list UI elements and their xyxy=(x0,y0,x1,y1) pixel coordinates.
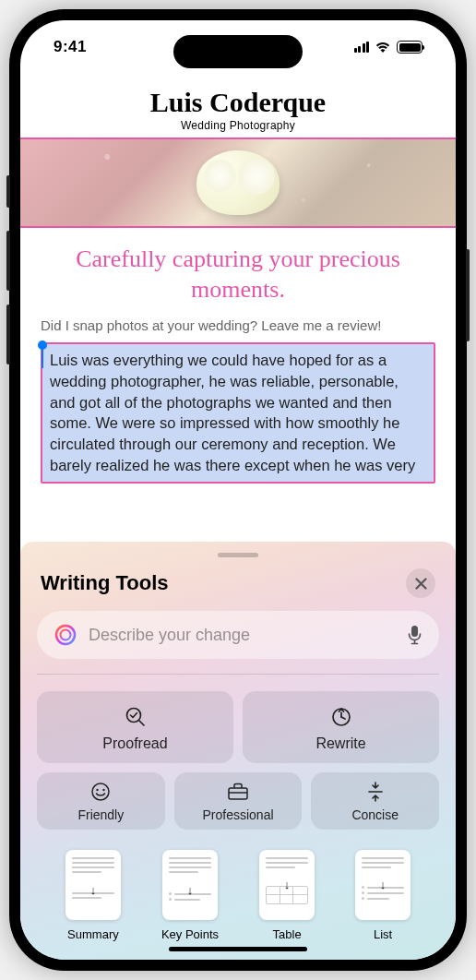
summary-button[interactable]: ↓ Summary xyxy=(65,850,121,941)
selection-handle-start[interactable] xyxy=(42,348,43,368)
document-header: Luis Coderque Wedding Photography xyxy=(20,74,456,137)
status-time: 9:41 xyxy=(54,38,87,56)
selected-text[interactable]: Luis was everything we could have hoped … xyxy=(41,342,435,484)
phone-side-button xyxy=(6,231,10,291)
sheet-title: Writing Tools xyxy=(41,571,169,595)
home-indicator[interactable] xyxy=(169,947,307,951)
format-options-row: ↓ Summary ↓ Key Points xyxy=(37,850,439,941)
rewrite-icon xyxy=(329,705,353,729)
sheet-header: Writing Tools xyxy=(37,568,439,598)
table-button[interactable]: ↓ Table xyxy=(259,850,315,941)
selected-text-content: Luis was everything we could have hoped … xyxy=(50,352,415,473)
prompt-input[interactable]: Describe your change xyxy=(37,611,439,659)
close-icon xyxy=(415,578,427,590)
concise-label: Concise xyxy=(351,807,399,822)
svg-point-12 xyxy=(103,789,105,791)
screen: 9:41 Luis Coderque Wedding Photography C… xyxy=(20,20,456,960)
document-subtitle: Wedding Photography xyxy=(20,119,456,132)
microphone-icon[interactable] xyxy=(407,625,422,645)
svg-line-6 xyxy=(138,721,144,726)
list-thumbnail: ↓ xyxy=(355,850,411,920)
phone-side-button xyxy=(466,249,470,341)
friendly-button[interactable]: Friendly xyxy=(37,772,165,830)
professional-icon xyxy=(227,783,249,801)
tone-actions-row: Friendly Professional xyxy=(37,772,439,830)
concise-button[interactable]: Concise xyxy=(311,772,439,830)
table-thumbnail: ↓ xyxy=(259,850,315,920)
proofread-label: Proofread xyxy=(102,735,167,752)
proofread-button[interactable]: Proofread xyxy=(37,691,233,763)
hero-image xyxy=(20,137,456,228)
professional-label: Professional xyxy=(202,807,273,822)
rewrite-button[interactable]: Rewrite xyxy=(243,691,439,763)
svg-rect-2 xyxy=(411,626,418,637)
svg-point-11 xyxy=(97,789,99,791)
list-label: List xyxy=(374,927,392,941)
prompt-placeholder: Describe your change xyxy=(89,626,396,645)
close-button[interactable] xyxy=(406,568,435,598)
sheet-grabber[interactable] xyxy=(218,553,258,557)
document-title: Luis Coderque xyxy=(20,87,456,118)
svg-point-10 xyxy=(92,783,109,800)
proofread-icon xyxy=(124,705,148,729)
table-label: Table xyxy=(273,927,302,941)
summary-label: Summary xyxy=(67,927,119,941)
summary-thumbnail: ↓ xyxy=(65,850,121,920)
svg-point-0 xyxy=(56,626,75,644)
phone-side-button xyxy=(6,305,10,365)
tagline: Carefully capturing your precious moment… xyxy=(20,228,456,317)
key-points-label: Key Points xyxy=(161,927,219,941)
phone-side-button xyxy=(6,175,10,208)
apple-intelligence-icon xyxy=(54,623,77,647)
cellular-signal-icon xyxy=(354,42,370,53)
key-points-thumbnail: ↓ xyxy=(162,850,218,920)
status-indicators xyxy=(354,41,423,54)
rewrite-label: Rewrite xyxy=(315,735,365,752)
professional-button[interactable]: Professional xyxy=(174,772,303,830)
phone-frame: 9:41 Luis Coderque Wedding Photography C… xyxy=(9,9,467,971)
svg-line-9 xyxy=(341,717,345,719)
divider xyxy=(37,674,439,675)
key-points-button[interactable]: ↓ Key Points xyxy=(161,850,219,941)
writing-tools-sheet: Writing Tools Describe your change xyxy=(20,542,456,960)
svg-point-1 xyxy=(61,630,71,640)
primary-actions-row: Proofread Rewrite xyxy=(37,691,439,763)
friendly-icon xyxy=(90,782,111,802)
dynamic-island xyxy=(173,35,303,68)
wifi-icon xyxy=(375,41,391,54)
list-button[interactable]: ↓ List xyxy=(355,850,411,941)
review-prompt: Did I snap photos at your wedding? Leave… xyxy=(20,317,456,333)
battery-icon xyxy=(397,41,422,54)
friendly-label: Friendly xyxy=(77,807,124,822)
concise-icon xyxy=(366,782,385,802)
svg-rect-13 xyxy=(229,788,247,799)
